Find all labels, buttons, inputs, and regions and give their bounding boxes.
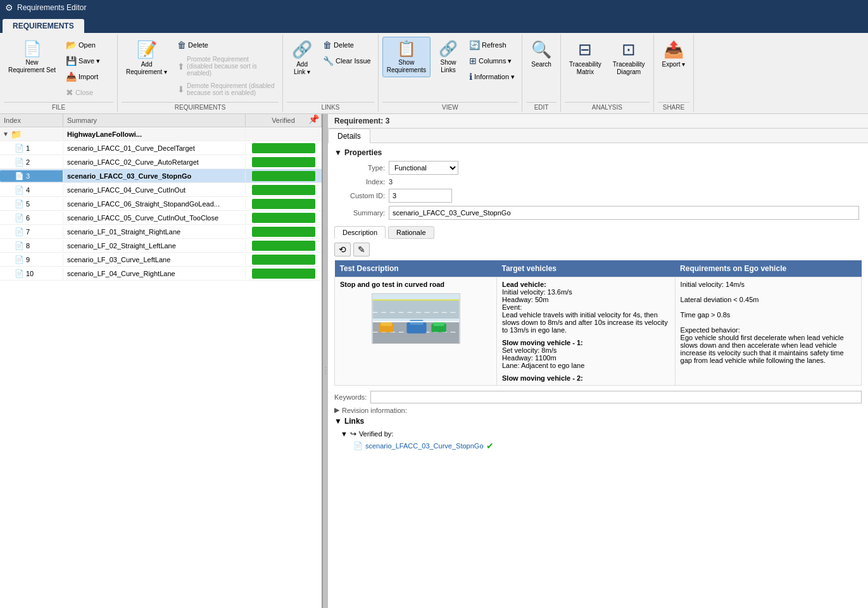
import-icon: 📥	[66, 72, 77, 82]
row-icon: 📄	[15, 158, 24, 167]
revision-section[interactable]: ▶ Revision information:	[334, 406, 862, 414]
app-title: Requirements Editor	[17, 3, 86, 12]
ribbon-group-share: 📤 Export ▾ SHARE	[654, 34, 695, 112]
delete-req-button[interactable]: 🗑 Delete	[174, 38, 225, 52]
show-information-button[interactable]: ℹ Information ▾	[466, 70, 518, 84]
table-row[interactable]: 📄 3 scenario_LFACC_03_Curve_StopnGo	[0, 169, 322, 183]
table-row[interactable]: 📄 2 scenario_LFACC_02_Curve_AutoRetarget	[0, 155, 322, 169]
row-verified-cell	[246, 225, 322, 238]
ribbon-group-requirements: 📝 AddRequirement ▾ 🗑 Delete ⬆ Promote Re…	[118, 34, 283, 112]
ribbon-group-links: 🔗 AddLink ▾ 🗑 Delete 🔧 Clear Issue LINKS	[283, 34, 379, 112]
requirements-group-label: REQUIREMENTS	[122, 102, 279, 111]
properties-header[interactable]: ▼ Properties	[334, 148, 862, 157]
table-row[interactable]: 📄 10 scenario_LF_04_Curve_RightLane	[0, 267, 322, 281]
row-summary-cell: scenario_LF_04_Curve_RightLane	[63, 269, 246, 279]
test-desc-title: Stop and go test in curved road	[340, 281, 491, 288]
properties-section: ▼ Properties Type: Functional Non-Functi…	[334, 148, 862, 220]
links-header[interactable]: ▼ Links	[334, 417, 862, 426]
traceability-diagram-button[interactable]: ⊡ TraceabilityDiagram	[608, 37, 650, 79]
row-icon: 📄	[15, 227, 24, 236]
desc-tab-rationale[interactable]: Rationale	[388, 226, 434, 239]
add-link-button[interactable]: 🔗 AddLink ▾	[287, 37, 317, 79]
show-requirements-button[interactable]: 📋 ShowRequirements	[382, 37, 431, 77]
row-icon: 📄	[15, 186, 24, 194]
ego-req-details: Initial velocity: 14m/sLateral deviation…	[681, 281, 856, 364]
links-expand-icon: ▼	[334, 417, 342, 426]
refresh-button[interactable]: 🔄 Refresh	[466, 38, 517, 52]
row-verified-cell	[246, 253, 322, 266]
row-icon: 📄	[15, 172, 24, 180]
show-req-label: ShowRequirements	[387, 59, 426, 74]
table-row[interactable]: 📄 7 scenario_LF_01_Straight_RightLane	[0, 225, 322, 239]
split-handle[interactable]: ···	[323, 114, 328, 608]
desc-tool-2[interactable]: ✎	[353, 243, 370, 256]
show-links-button[interactable]: 🔗 ShowLinks	[433, 37, 463, 77]
desc-tab-description[interactable]: Description	[334, 226, 386, 239]
add-link-label: AddLink ▾	[294, 61, 310, 76]
row-verified-cell	[246, 184, 322, 196]
index-label: Index:	[334, 178, 385, 186]
delete-link-button[interactable]: 🗑 Delete	[320, 38, 370, 52]
columns-button[interactable]: ⊞ Columns ▾	[466, 54, 517, 68]
group-verified-cell	[246, 133, 322, 136]
verified-by-link[interactable]: scenario_LFACC_03_Curve_StopnGo	[365, 442, 484, 450]
promote-req-button: ⬆ Promote Requirement (disabled because …	[174, 54, 279, 79]
links-label: Links	[344, 417, 364, 426]
export-button[interactable]: 📤 Export ▾	[658, 37, 690, 72]
verified-by-label: Verified by:	[359, 430, 393, 438]
summary-row: Summary:	[334, 206, 862, 220]
expand-icon[interactable]: ▼	[3, 130, 9, 137]
table-row[interactable]: 📄 4 scenario_LFACC_04_Curve_CutInOut	[0, 183, 322, 197]
delete-link-icon: 🗑	[323, 40, 332, 50]
row-summary-cell: scenario_LF_03_Curve_LeftLane	[63, 255, 246, 265]
description-table: Test Description Target vehicles Require…	[334, 260, 862, 386]
share-group-label: SHARE	[658, 102, 690, 111]
search-label: Search	[531, 61, 551, 68]
left-panel: 📌 Index Summary Verified ▼ 📁 HighwayLane	[0, 114, 323, 608]
search-button[interactable]: 🔍 Search	[526, 37, 557, 72]
custom-id-label: Custom ID:	[334, 192, 385, 200]
clear-issue-icon: 🔧	[323, 56, 334, 66]
keywords-input[interactable]	[370, 391, 862, 403]
table-row[interactable]: 📄 6 scenario_LFACC_05_Curve_CutInOut_Too…	[0, 211, 322, 225]
open-button[interactable]: 📂 Open	[63, 38, 113, 52]
custom-id-input[interactable]	[389, 189, 452, 203]
table-row[interactable]: 📄 8 scenario_LF_02_Straight_LeftLane	[0, 239, 322, 253]
lead-vehicle-title: Lead vehicle:	[502, 281, 670, 288]
desc-tool-1[interactable]: ⟲	[334, 243, 351, 256]
group-row[interactable]: ▼ 📁 HighwayLaneFollowi...	[0, 127, 322, 141]
show-req-icon: 📋	[397, 40, 416, 58]
properties-label: Properties	[344, 148, 382, 157]
refresh-icon: 🔄	[469, 40, 480, 50]
row-icon: 📄	[15, 213, 24, 222]
clear-issue-button[interactable]: 🔧 Clear Issue	[320, 54, 374, 68]
tab-requirements[interactable]: REQUIREMENTS	[3, 19, 84, 33]
row-index-cell: 📄 2	[0, 156, 63, 168]
table-row[interactable]: 📄 1 scenario_LFACC_01_Curve_DecelTarget	[0, 141, 322, 155]
columns-icon: ⊞	[469, 56, 477, 66]
tab-details[interactable]: Details	[328, 129, 370, 143]
links-section: ▼ Links ▼ ↪ Verified by: 📄 scenario_LFAC…	[334, 417, 862, 451]
verified-by-group: ▼ ↪ Verified by:	[341, 429, 862, 438]
row-icon: 📄	[15, 200, 24, 208]
table-row[interactable]: 📄 9 scenario_LF_03_Curve_LeftLane	[0, 253, 322, 267]
col-summary: Summary	[63, 114, 246, 127]
row-index-cell: 📄 9	[0, 254, 63, 265]
new-req-set-button[interactable]: 📄 NewRequirement Set	[4, 37, 60, 77]
custom-id-row: Custom ID:	[334, 189, 862, 203]
group-summary-cell: HighwayLaneFollowi...	[63, 129, 246, 139]
promote-label: Promote Requirement (disabled because so…	[187, 56, 275, 77]
table-row[interactable]: 📄 5 scenario_LFACC_06_Straight_StopandGo…	[0, 197, 322, 211]
type-select[interactable]: Functional Non-Functional Safety	[389, 161, 458, 175]
save-button[interactable]: 💾 Save ▾	[63, 54, 113, 68]
demote-icon: ⬇	[177, 84, 185, 94]
traceability-matrix-button[interactable]: ⊟ TraceabilityMatrix	[565, 37, 606, 79]
add-requirement-button[interactable]: 📝 AddRequirement ▾	[122, 37, 172, 79]
row-verified-cell	[246, 267, 322, 280]
summary-input[interactable]	[389, 206, 859, 220]
pin-button[interactable]: 📌	[308, 114, 319, 124]
link-arrow-icon: ↪	[350, 429, 356, 438]
show-links-label: ShowLinks	[440, 59, 456, 74]
slow-vehicle-1-details: Set velocity: 8m/sHeadway: 1100mLane: Ad…	[502, 346, 670, 369]
import-button[interactable]: 📥 Import	[63, 70, 113, 84]
